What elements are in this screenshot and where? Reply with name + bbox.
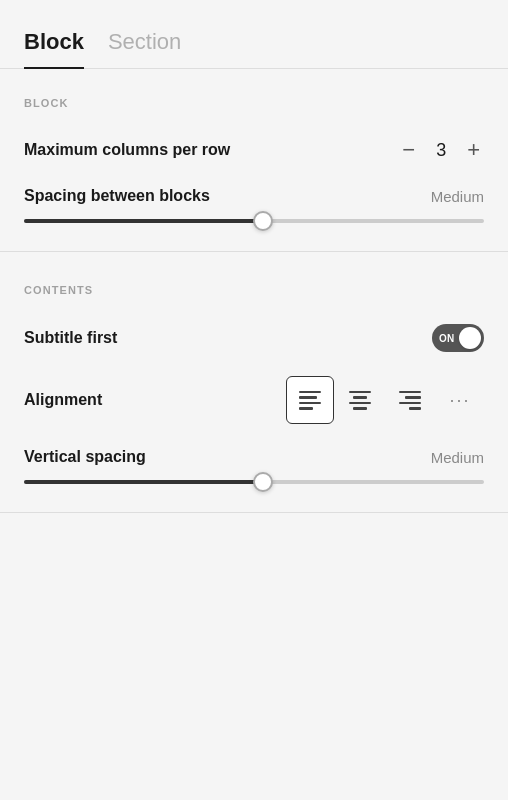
align-right-icon bbox=[399, 391, 421, 410]
vertical-spacing-label-row: Vertical spacing Medium bbox=[0, 436, 508, 476]
columns-stepper: − 3 + bbox=[398, 137, 484, 163]
align-right-button[interactable] bbox=[386, 376, 434, 424]
tab-block[interactable]: Block bbox=[24, 29, 84, 69]
max-columns-label: Maximum columns per row bbox=[24, 141, 230, 159]
alignment-row: Alignment bbox=[0, 364, 508, 436]
spacing-blocks-thumb[interactable] bbox=[253, 211, 273, 231]
spacing-blocks-value: Medium bbox=[431, 188, 484, 205]
toggle-knob bbox=[459, 327, 481, 349]
toggle-on-label: ON bbox=[439, 333, 454, 344]
subtitle-first-label: Subtitle first bbox=[24, 329, 117, 347]
contents-section-label: CONTENTS bbox=[0, 256, 508, 312]
spacing-blocks-slider-row bbox=[0, 215, 508, 247]
vertical-spacing-thumb[interactable] bbox=[253, 472, 273, 492]
spacing-blocks-label-row: Spacing between blocks Medium bbox=[0, 175, 508, 215]
increment-columns-button[interactable]: + bbox=[463, 137, 484, 163]
columns-value: 3 bbox=[433, 140, 449, 161]
tab-section[interactable]: Section bbox=[108, 29, 181, 69]
spacing-blocks-fill bbox=[24, 219, 263, 223]
spacing-blocks-label: Spacing between blocks bbox=[24, 187, 210, 205]
tabs: Block Section bbox=[0, 0, 508, 69]
block-section-label: BLOCK bbox=[0, 69, 508, 125]
spacing-blocks-track bbox=[24, 219, 484, 223]
vertical-spacing-slider-row bbox=[0, 476, 508, 508]
vertical-spacing-label: Vertical spacing bbox=[24, 448, 146, 466]
decrement-columns-button[interactable]: − bbox=[398, 137, 419, 163]
vertical-spacing-value: Medium bbox=[431, 449, 484, 466]
more-icon: ··· bbox=[449, 390, 470, 411]
alignment-group: ··· bbox=[286, 376, 484, 424]
align-center-icon bbox=[349, 391, 371, 410]
divider-2 bbox=[0, 512, 508, 513]
align-left-icon bbox=[299, 391, 321, 410]
subtitle-first-toggle[interactable]: ON bbox=[432, 324, 484, 352]
subtitle-first-row: Subtitle first ON bbox=[0, 312, 508, 364]
align-more-button[interactable]: ··· bbox=[436, 376, 484, 424]
vertical-spacing-fill bbox=[24, 480, 263, 484]
align-left-button[interactable] bbox=[286, 376, 334, 424]
divider-1 bbox=[0, 251, 508, 252]
vertical-spacing-track bbox=[24, 480, 484, 484]
align-center-button[interactable] bbox=[336, 376, 384, 424]
alignment-label: Alignment bbox=[24, 391, 102, 409]
max-columns-row: Maximum columns per row − 3 + bbox=[0, 125, 508, 175]
panel: Block Section BLOCK Maximum columns per … bbox=[0, 0, 508, 800]
